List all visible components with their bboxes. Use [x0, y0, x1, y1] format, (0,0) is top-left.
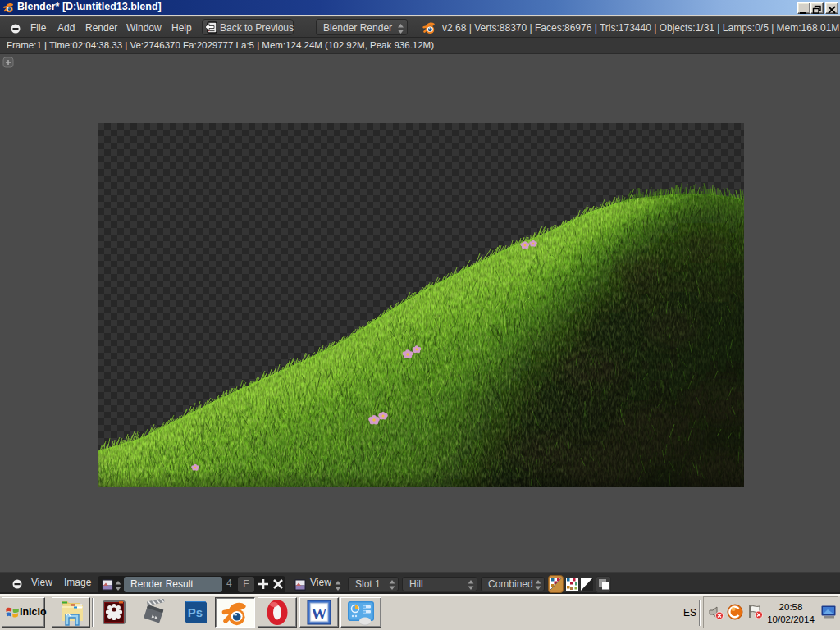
svg-text:Ps: Ps [188, 605, 203, 619]
svg-text:W: W [312, 605, 327, 623]
